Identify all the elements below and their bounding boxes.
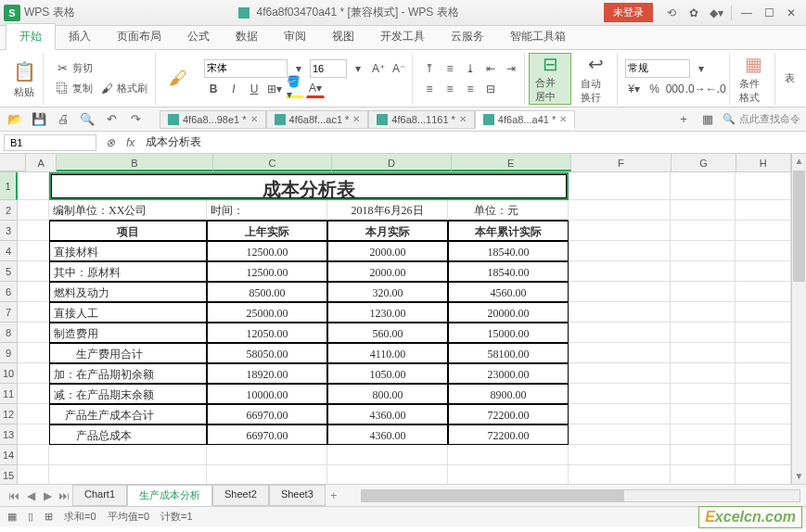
- cell[interactable]: 减：在产品期末余额: [49, 384, 207, 404]
- cell[interactable]: 其中：原材料: [49, 261, 207, 282]
- view-break-icon[interactable]: ⊞: [45, 511, 53, 523]
- cell[interactable]: 8900.00: [448, 384, 569, 404]
- cell[interactable]: [569, 200, 671, 221]
- row-header-11[interactable]: 11: [0, 384, 18, 404]
- cell[interactable]: [18, 384, 49, 404]
- row-header-3[interactable]: 3: [0, 221, 18, 241]
- cell[interactable]: 2000.00: [327, 261, 448, 282]
- cell[interactable]: [448, 465, 569, 484]
- scroll-down-icon[interactable]: ▼: [792, 469, 806, 484]
- cell[interactable]: [671, 302, 736, 323]
- cell[interactable]: [671, 221, 736, 241]
- bold-button[interactable]: B: [204, 80, 223, 98]
- cell[interactable]: [736, 384, 791, 404]
- menu-tab-0[interactable]: 开始: [6, 23, 56, 50]
- redo-button[interactable]: ↷: [126, 110, 145, 129]
- cell[interactable]: 72200.00: [448, 404, 569, 424]
- cell[interactable]: 1230.00: [327, 302, 448, 323]
- tab-list-button[interactable]: ▦: [698, 110, 717, 129]
- cell[interactable]: [569, 282, 671, 302]
- italic-button[interactable]: I: [224, 80, 243, 98]
- cell[interactable]: 320.00: [327, 282, 448, 302]
- cell[interactable]: 66970.00: [207, 424, 327, 445]
- cell[interactable]: 8500.00: [207, 282, 327, 302]
- dec-inc-button[interactable]: .0→: [686, 80, 705, 98]
- col-header-E[interactable]: E: [452, 154, 571, 171]
- wrap-group[interactable]: ↩ 自动换行: [575, 53, 617, 105]
- cell[interactable]: [671, 363, 736, 384]
- menu-tab-2[interactable]: 页面布局: [104, 24, 174, 49]
- cell[interactable]: 单位：元: [448, 200, 569, 221]
- cell[interactable]: 18920.00: [207, 363, 327, 384]
- doc-tab-1[interactable]: 4f6a8f...ac1 *✕: [266, 110, 369, 129]
- cell[interactable]: [18, 221, 49, 241]
- cell[interactable]: [671, 424, 736, 445]
- formula-input[interactable]: 成本分析表: [140, 133, 806, 152]
- cell[interactable]: [18, 343, 49, 363]
- cell[interactable]: [569, 363, 671, 384]
- cell[interactable]: [736, 302, 791, 323]
- cancel-icon[interactable]: ⊗: [100, 136, 121, 149]
- comma-button[interactable]: 000: [666, 80, 684, 98]
- dec-dec-button[interactable]: ←.0: [707, 80, 725, 98]
- login-button[interactable]: 未登录: [604, 3, 653, 22]
- cell[interactable]: 15000.00: [448, 323, 569, 343]
- row-header-8[interactable]: 8: [0, 323, 18, 343]
- align-bottom-button[interactable]: ⤓: [461, 59, 480, 78]
- cell[interactable]: 直接材料: [49, 241, 207, 261]
- font-size-select[interactable]: [310, 59, 347, 78]
- sheet-tab-3[interactable]: Sheet3: [269, 485, 326, 506]
- cell[interactable]: [569, 261, 671, 282]
- settings-icon[interactable]: ✿: [683, 4, 705, 22]
- view-normal-icon[interactable]: ▦: [7, 511, 17, 523]
- row-header-15[interactable]: 15: [0, 465, 18, 484]
- doc-tab-0[interactable]: 4f6a8...98e1 *✕: [160, 110, 266, 129]
- fmtpaint-icon[interactable]: 🖌: [99, 82, 114, 96]
- border-button[interactable]: ⊞▾: [265, 80, 284, 98]
- cell[interactable]: [569, 384, 671, 404]
- cell[interactable]: [569, 465, 671, 484]
- cell[interactable]: 1050.00: [327, 363, 448, 384]
- cell[interactable]: 23000.00: [448, 363, 569, 384]
- cell[interactable]: 12500.00: [207, 241, 327, 261]
- menu-tab-3[interactable]: 公式: [174, 24, 223, 49]
- cell[interactable]: [18, 241, 49, 261]
- cell[interactable]: 25000.00: [207, 302, 327, 323]
- cell[interactable]: 项目: [49, 221, 207, 241]
- cell[interactable]: [671, 343, 736, 363]
- currency-button[interactable]: ¥▾: [625, 80, 644, 98]
- undo-button[interactable]: ↶: [102, 110, 121, 129]
- cell[interactable]: 制造费用: [49, 323, 207, 343]
- cell[interactable]: 18540.00: [448, 241, 569, 261]
- cell[interactable]: [671, 404, 736, 424]
- cell[interactable]: [671, 200, 736, 221]
- cell[interactable]: [671, 172, 736, 200]
- new-tab-button[interactable]: +: [674, 110, 693, 129]
- maximize-button[interactable]: ☐: [758, 4, 780, 22]
- cell[interactable]: 4360.00: [327, 404, 448, 424]
- col-header-H[interactable]: H: [736, 154, 791, 171]
- sheet-tab-1[interactable]: 生产成本分析: [127, 485, 212, 506]
- cell[interactable]: [736, 200, 791, 221]
- close-icon[interactable]: ✕: [459, 114, 467, 124]
- menu-tab-4[interactable]: 数据: [223, 24, 271, 49]
- view-page-icon[interactable]: ▯: [28, 511, 33, 523]
- cell[interactable]: [569, 424, 671, 445]
- print-button[interactable]: 🖨: [54, 110, 72, 129]
- save-button[interactable]: 💾: [30, 110, 48, 129]
- cell[interactable]: 直接人工: [49, 302, 207, 323]
- cell[interactable]: 66970.00: [207, 404, 327, 424]
- command-search[interactable]: 🔍点此查找命令: [723, 112, 800, 126]
- close-button[interactable]: ✕: [780, 4, 802, 22]
- row-header-13[interactable]: 13: [0, 424, 18, 445]
- font-name-select[interactable]: [204, 59, 288, 78]
- cell[interactable]: [18, 323, 49, 343]
- cell[interactable]: [207, 465, 327, 484]
- indent-dec-button[interactable]: ⇤: [481, 59, 500, 78]
- close-icon[interactable]: ✕: [352, 114, 360, 124]
- scroll-thumb[interactable]: [362, 490, 624, 501]
- cell[interactable]: 800.00: [327, 384, 448, 404]
- cell[interactable]: 2000.00: [327, 241, 448, 261]
- cut-button[interactable]: ✂剪切: [51, 59, 151, 78]
- sheet-tab-0[interactable]: Chart1: [72, 485, 127, 506]
